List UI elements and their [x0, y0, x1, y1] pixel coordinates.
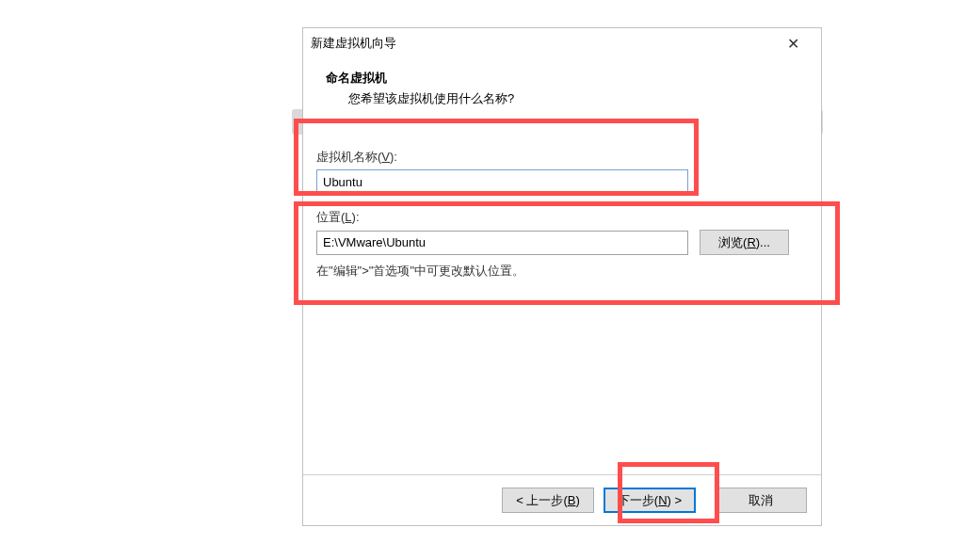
cancel-label: 取消: [749, 493, 773, 507]
header-subtitle: 您希望该虚拟机使用什么名称?: [348, 90, 821, 107]
back-prefix: < 上一步(: [516, 493, 568, 507]
cancel-button[interactable]: 取消: [715, 488, 807, 513]
vm-name-label: 虚拟机名称(V):: [316, 149, 808, 166]
location-hint: 在"编辑">"首选项"中可更改默认位置。: [316, 263, 808, 280]
location-label-suffix: ):: [352, 210, 360, 224]
location-group: 位置(L): 浏览(R)... 在"编辑">"首选项"中可更改默认位置。: [316, 209, 808, 280]
location-input[interactable]: [316, 231, 688, 255]
back-suffix: ): [575, 493, 579, 507]
vm-name-label-key: V: [381, 150, 390, 164]
vm-name-label-suffix: ):: [390, 150, 397, 164]
footer: < 上一步(B) 下一步(N) > 取消: [303, 474, 821, 525]
new-vm-wizard-dialog: 新建虚拟机向导 ✕ 命名虚拟机 您希望该虚拟机使用什么名称? 虚拟机名称(V):…: [302, 27, 822, 526]
close-icon: ✕: [787, 35, 799, 53]
next-prefix: 下一步(: [618, 493, 658, 507]
header-title: 命名虚拟机: [326, 70, 821, 87]
location-label-key: L: [345, 210, 351, 224]
content-area: 虚拟机名称(V): 位置(L): 浏览(R)... 在"编辑">"首选项"中可更…: [303, 124, 821, 474]
dialog-title: 新建虚拟机向导: [311, 35, 396, 52]
browse-prefix: 浏览(: [718, 235, 747, 249]
location-label-prefix: 位置(: [316, 210, 345, 224]
vm-name-group: 虚拟机名称(V):: [316, 149, 808, 194]
next-button[interactable]: 下一步(N) >: [604, 488, 696, 513]
vm-name-input[interactable]: [316, 169, 688, 194]
browse-button[interactable]: 浏览(R)...: [700, 230, 789, 255]
browse-suffix: )...: [756, 235, 770, 249]
titlebar: 新建虚拟机向导 ✕: [303, 28, 821, 58]
location-label: 位置(L):: [316, 209, 808, 226]
back-button[interactable]: < 上一步(B): [502, 488, 594, 513]
location-row: 浏览(R)...: [316, 230, 808, 255]
close-button[interactable]: ✕: [774, 30, 812, 56]
next-key: N: [658, 493, 667, 507]
vm-name-label-prefix: 虚拟机名称(: [316, 150, 381, 164]
header-section: 命名虚拟机 您希望该虚拟机使用什么名称?: [303, 58, 821, 124]
next-suffix: ) >: [668, 493, 683, 507]
browse-key: R: [747, 235, 755, 249]
